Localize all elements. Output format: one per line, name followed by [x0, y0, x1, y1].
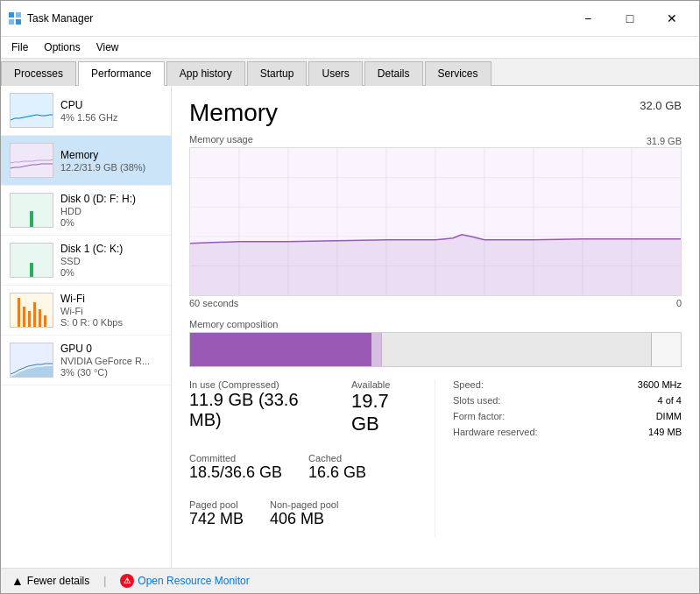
svg-rect-5: [30, 263, 33, 277]
wifi-name: Wi-Fi: [60, 293, 162, 305]
usage-chart-max: 31.9 GB: [647, 136, 682, 146]
usage-chart: [189, 147, 682, 296]
task-manager-window: Task Manager − □ ✕ File Options View Pro…: [0, 0, 700, 594]
gpu-thumbnail: [10, 343, 53, 378]
title-left: Task Manager: [8, 11, 93, 25]
svg-rect-2: [9, 19, 14, 25]
svg-rect-0: [9, 12, 14, 18]
usage-chart-label: Memory usage: [189, 134, 253, 145]
comp-free: [651, 333, 681, 366]
memory-name: Memory: [60, 149, 162, 161]
disk1-thumbnail: [10, 243, 53, 278]
in-use-label: In use (Compressed): [189, 379, 325, 390]
menu-bar: File Options View: [1, 37, 699, 59]
tab-bar: Processes Performance App history Startu…: [1, 59, 699, 86]
tab-processes[interactable]: Processes: [1, 61, 76, 86]
svg-rect-11: [44, 315, 46, 327]
sidebar-item-gpu[interactable]: GPU 0 NVIDIA GeForce R... 3% (30 °C): [1, 336, 171, 385]
available-stat: Available 19.7 GB: [351, 379, 417, 435]
menu-view[interactable]: View: [89, 39, 126, 56]
memory-sub: 12.2/31.9 GB (38%): [60, 162, 162, 173]
cpu-sub: 4% 1.56 GHz: [60, 112, 162, 123]
wifi-sub1: Wi-Fi: [60, 306, 162, 316]
paged-pool-value: 742 MB: [189, 510, 244, 528]
gpu-sub2: 3% (30 °C): [60, 367, 162, 378]
close-button[interactable]: ✕: [652, 6, 692, 31]
sidebar-item-disk0[interactable]: Disk 0 (D: F: H:) HDD 0%: [1, 186, 171, 236]
divider: |: [103, 575, 106, 587]
usage-chart-section: Memory usage 31.9 GB: [189, 134, 682, 308]
committed-label: Committed: [189, 453, 282, 463]
open-monitor-label: Open Resource Monitor: [138, 575, 249, 587]
sidebar-item-memory[interactable]: Memory 12.2/31.9 GB (38%): [1, 136, 171, 186]
tab-users[interactable]: Users: [308, 61, 362, 86]
bottom-bar: ▲ Fewer details | ⚠ Open Resource Monito…: [1, 568, 699, 593]
hw-reserved-row: Hardware reserved: 149 MB: [453, 427, 682, 437]
sidebar-item-wifi[interactable]: Wi-Fi Wi-Fi S: 0 R: 0 Kbps: [1, 286, 171, 336]
main-panel: Memory 32.0 GB Memory usage 31.9 GB: [172, 86, 699, 568]
svg-rect-7: [23, 307, 25, 327]
disk0-sub1: HDD: [60, 206, 162, 216]
stats-grid: In use (Compressed) 11.9 GB (33.6 MB) Av…: [189, 379, 682, 537]
cached-value: 16.6 GB: [308, 463, 366, 482]
wifi-sub2: S: 0 R: 0 Kbps: [60, 317, 162, 328]
wifi-info: Wi-Fi Wi-Fi S: 0 R: 0 Kbps: [60, 293, 162, 328]
window-title: Task Manager: [27, 12, 93, 25]
svg-rect-1: [16, 12, 21, 18]
cached-stat: Cached 16.6 GB: [308, 453, 366, 482]
gpu-name: GPU 0: [60, 343, 162, 355]
disk0-info: Disk 0 (D: F: H:) HDD 0%: [60, 193, 162, 228]
in-use-stat: In use (Compressed) 11.9 GB (33.6 MB): [189, 379, 325, 435]
available-value: 19.7 GB: [351, 390, 417, 435]
fewer-details-label: Fewer details: [27, 575, 89, 587]
tab-startup[interactable]: Startup: [247, 61, 308, 86]
chart-time-labels: 60 seconds 0: [189, 298, 682, 308]
resource-monitor-icon: ⚠: [120, 574, 134, 588]
time-right-label: 0: [676, 298, 682, 308]
svg-rect-6: [18, 298, 20, 327]
gpu-sub1: NVIDIA GeForce R...: [60, 356, 162, 366]
tab-app-history[interactable]: App history: [166, 61, 245, 86]
comp-standby: [381, 333, 651, 366]
disk1-sub2: 0%: [60, 267, 162, 278]
cpu-name: CPU: [60, 99, 162, 111]
wifi-thumbnail: [10, 293, 53, 328]
disk0-name: Disk 0 (D: F: H:): [60, 193, 162, 205]
gpu-info: GPU 0 NVIDIA GeForce R... 3% (30 °C): [60, 343, 162, 378]
tab-performance[interactable]: Performance: [78, 61, 165, 86]
disk1-name: Disk 1 (C: K:): [60, 243, 162, 255]
title-controls: − □ ✕: [568, 6, 692, 31]
form-value: DIMM: [656, 411, 682, 421]
non-paged-value: 406 MB: [270, 510, 338, 528]
svg-rect-8: [28, 311, 31, 327]
form-row: Form factor: DIMM: [453, 411, 682, 421]
time-left-label: 60 seconds: [189, 298, 238, 308]
comp-in-use: [190, 333, 371, 366]
menu-options[interactable]: Options: [37, 39, 87, 56]
non-paged-stat: Non-paged pool 406 MB: [270, 499, 338, 528]
stats-right: Speed: 3600 MHz Slots used: 4 of 4 Form …: [435, 379, 682, 537]
svg-marker-26: [190, 235, 681, 295]
maximize-button[interactable]: □: [610, 6, 650, 31]
fewer-details-button[interactable]: ▲ Fewer details: [11, 574, 89, 588]
slots-value: 4 of 4: [657, 395, 682, 406]
tab-details[interactable]: Details: [364, 61, 423, 86]
memory-total: 32.0 GB: [640, 99, 682, 112]
main-header: Memory 32.0 GB: [189, 99, 682, 127]
composition-section: Memory composition: [189, 319, 682, 367]
hw-reserved-label: Hardware reserved:: [453, 427, 538, 437]
minimize-button[interactable]: −: [568, 6, 608, 31]
open-resource-monitor-button[interactable]: ⚠ Open Resource Monitor: [120, 574, 249, 588]
hw-reserved-value: 149 MB: [648, 427, 682, 437]
form-label: Form factor:: [453, 411, 505, 421]
memory-thumbnail: [10, 143, 53, 178]
menu-file[interactable]: File: [4, 39, 35, 56]
content-area: CPU 4% 1.56 GHz Memory 12.2/31.9 G: [1, 86, 699, 568]
page-title: Memory: [189, 99, 278, 127]
slots-row: Slots used: 4 of 4: [453, 395, 682, 406]
sidebar-item-disk1[interactable]: Disk 1 (C: K:) SSD 0%: [1, 236, 171, 286]
speed-label: Speed:: [453, 379, 484, 390]
sidebar-item-cpu[interactable]: CPU 4% 1.56 GHz: [1, 86, 171, 136]
paged-pool-label: Paged pool: [189, 499, 244, 510]
tab-services[interactable]: Services: [425, 61, 491, 86]
